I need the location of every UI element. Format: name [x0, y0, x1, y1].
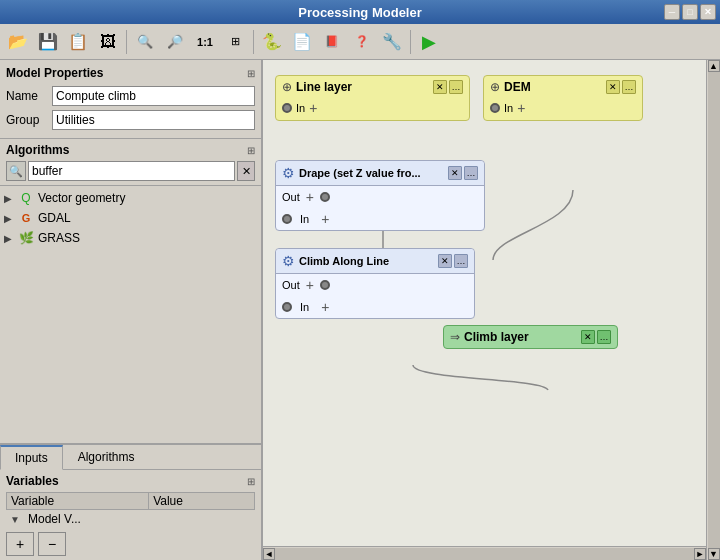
climb-layer-title-row: ⇒ Climb layer	[450, 330, 529, 344]
line-layer-icon: ⊕	[282, 80, 292, 94]
dem-controls: ✕ …	[606, 80, 636, 94]
line-layer-node[interactable]: ⊕ Line layer ✕ … In +	[275, 75, 470, 121]
line-layer-close[interactable]: ✕	[433, 80, 447, 94]
tree-item-vector-geometry[interactable]: ▶ Q Vector geometry	[0, 188, 261, 208]
model-properties-expand[interactable]: ⊞	[247, 68, 255, 79]
drape-out-plus[interactable]: +	[306, 189, 314, 205]
variable-col-header: Variable	[7, 493, 149, 510]
scroll-up-button[interactable]: ▲	[708, 60, 720, 72]
search-clear-button[interactable]: ✕	[237, 161, 255, 181]
remove-variable-button[interactable]: −	[38, 532, 66, 556]
tree-item-grass[interactable]: ▶ 🌿 GRASS	[0, 228, 261, 248]
maximize-button[interactable]: □	[682, 4, 698, 20]
tab-inputs[interactable]: Inputs	[0, 445, 63, 470]
zoom-fit-button[interactable]: ⊞	[221, 28, 249, 56]
climb-header: ⚙ Climb Along Line ✕ …	[276, 249, 474, 274]
line-layer-port-dot	[282, 103, 292, 113]
zoom-out-button[interactable]: 🔎	[161, 28, 189, 56]
zoom-in-button[interactable]: 🔍	[131, 28, 159, 56]
tree-label: Vector geometry	[38, 191, 125, 205]
variables-expand[interactable]: ⊞	[247, 476, 255, 487]
line-layer-port: In +	[276, 98, 469, 120]
drape-close[interactable]: ✕	[448, 166, 462, 180]
dem-title: DEM	[504, 80, 531, 94]
scroll-track-h[interactable]	[275, 548, 694, 560]
save-button[interactable]: 💾	[34, 28, 62, 56]
toolbar: 📂 💾 📋 🖼 🔍 🔎 1:1 ⊞ 🐍 📄 📕 ❓ 🔧 ▶	[0, 24, 720, 60]
separator-1	[126, 30, 127, 54]
climb-close[interactable]: ✕	[438, 254, 452, 268]
climb-layer-header: ⇒ Climb layer ✕ …	[444, 326, 617, 348]
algorithms-header: Algorithms ⊞	[6, 143, 255, 157]
separator-2	[253, 30, 254, 54]
scroll-down-button[interactable]: ▼	[708, 548, 720, 560]
line-layer-header: ⊕ Line layer ✕ …	[276, 76, 469, 98]
drape-header: ⚙ Drape (set Z value fro... ✕ …	[276, 161, 484, 186]
algorithms-expand[interactable]: ⊞	[247, 145, 255, 156]
climb-layer-icon: ⇒	[450, 330, 460, 344]
drape-out-port: Out +	[276, 186, 484, 208]
tree-item-gdal[interactable]: ▶ G GDAL	[0, 208, 261, 228]
line-layer-port-plus[interactable]: +	[309, 100, 317, 116]
canvas-area[interactable]: ⊕ Line layer ✕ … In +	[263, 60, 720, 560]
separator-3	[410, 30, 411, 54]
climb-in-plus[interactable]: +	[321, 299, 329, 315]
name-row: Name	[6, 86, 255, 106]
climb-gear-icon: ⚙	[282, 253, 295, 269]
dem-close[interactable]: ✕	[606, 80, 620, 94]
dem-dots[interactable]: …	[622, 80, 636, 94]
dem-header: ⊕ DEM ✕ …	[484, 76, 642, 98]
close-button[interactable]: ✕	[700, 4, 716, 20]
tab-algorithms[interactable]: Algorithms	[63, 445, 150, 469]
group-row: Group	[6, 110, 255, 130]
climb-layer-close[interactable]: ✕	[581, 330, 595, 344]
group-label: Group	[6, 113, 52, 127]
model-variable-label: Model V...	[28, 512, 81, 526]
save-as-button[interactable]: 📋	[64, 28, 92, 56]
copy-button[interactable]: 📄	[288, 28, 316, 56]
variables-title: Variables	[6, 474, 59, 488]
search-row: 🔍 ✕	[6, 161, 255, 181]
drape-title-row: ⚙ Drape (set Z value fro...	[282, 165, 421, 181]
search-input[interactable]	[28, 161, 235, 181]
climb-out-plus[interactable]: +	[306, 277, 314, 293]
drape-in-plus[interactable]: +	[321, 211, 329, 227]
dem-port-plus[interactable]: +	[517, 100, 525, 116]
climb-layer-node[interactable]: ⇒ Climb layer ✕ …	[443, 325, 618, 349]
search-icon: 🔍	[6, 161, 26, 181]
climb-in-label: In	[300, 301, 309, 313]
open-button[interactable]: 📂	[4, 28, 32, 56]
name-input[interactable]	[52, 86, 255, 106]
climb-layer-title: Climb layer	[464, 330, 529, 344]
climb-in-dot	[282, 302, 292, 312]
scroll-track-v[interactable]	[708, 72, 720, 548]
variable-buttons: + −	[6, 532, 255, 556]
minimize-button[interactable]: ─	[664, 4, 680, 20]
climb-along-line-node[interactable]: ⚙ Climb Along Line ✕ … Out + In +	[275, 248, 475, 319]
run-button[interactable]: ▶	[415, 28, 443, 56]
line-layer-dots[interactable]: …	[449, 80, 463, 94]
add-variable-button[interactable]: +	[6, 532, 34, 556]
climb-layer-dots[interactable]: …	[597, 330, 611, 344]
model-variable-item[interactable]: ▼ Model V...	[6, 510, 255, 528]
scroll-left-button[interactable]: ◄	[263, 548, 275, 560]
line-layer-title: Line layer	[296, 80, 352, 94]
drape-node[interactable]: ⚙ Drape (set Z value fro... ✕ … Out + In	[275, 160, 485, 231]
pdf-button[interactable]: 📕	[318, 28, 346, 56]
export-image-button[interactable]: 🖼	[94, 28, 122, 56]
main-layout: Model Properties ⊞ Name Group Algorithms…	[0, 60, 720, 560]
zoom-actual-button[interactable]: 1:1	[191, 28, 219, 56]
tab-bar: Inputs Algorithms	[0, 445, 261, 470]
python-button[interactable]: 🐍	[258, 28, 286, 56]
help-button[interactable]: ❓	[348, 28, 376, 56]
climb-dots[interactable]: …	[454, 254, 468, 268]
group-input[interactable]	[52, 110, 255, 130]
drape-out-dot	[320, 192, 330, 202]
dem-title-row: ⊕ DEM	[490, 80, 531, 94]
drape-dots[interactable]: …	[464, 166, 478, 180]
scroll-right-button[interactable]: ►	[694, 548, 706, 560]
dem-node[interactable]: ⊕ DEM ✕ … In +	[483, 75, 643, 121]
horizontal-scrollbar: ◄ ►	[263, 546, 706, 560]
plugin-button[interactable]: 🔧	[378, 28, 406, 56]
algorithm-tree: ▶ Q Vector geometry ▶ G GDAL ▶ 🌿 GRASS	[0, 186, 261, 443]
